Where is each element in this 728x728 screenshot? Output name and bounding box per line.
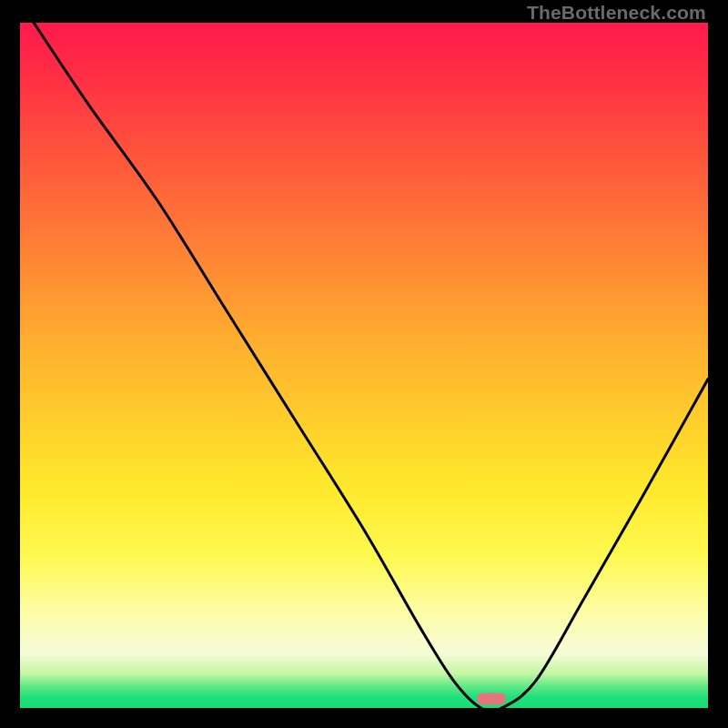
bottleneck-curve (20, 23, 708, 708)
plot-area (20, 23, 708, 708)
watermark-text: TheBottleneck.com (527, 2, 706, 24)
chart-frame: TheBottleneck.com (0, 0, 728, 728)
optimal-point-marker (477, 693, 506, 705)
